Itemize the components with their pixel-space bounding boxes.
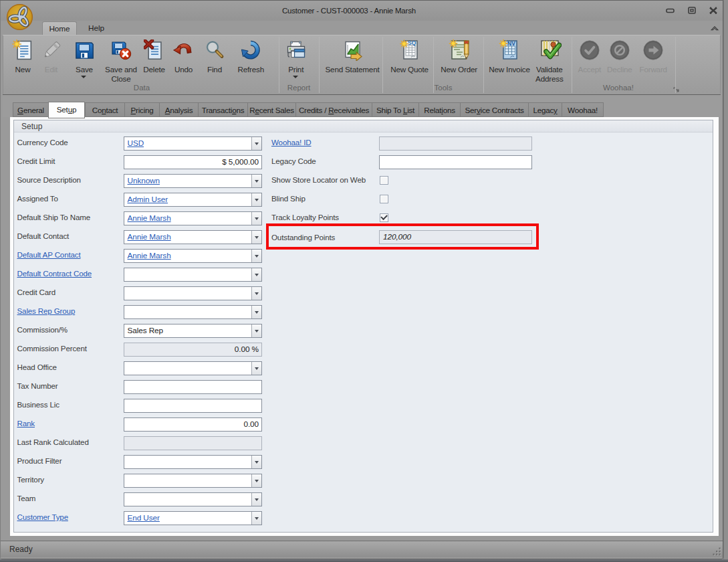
svg-text:NV: NV: [507, 40, 515, 47]
svg-text:SQ: SQ: [408, 39, 416, 46]
